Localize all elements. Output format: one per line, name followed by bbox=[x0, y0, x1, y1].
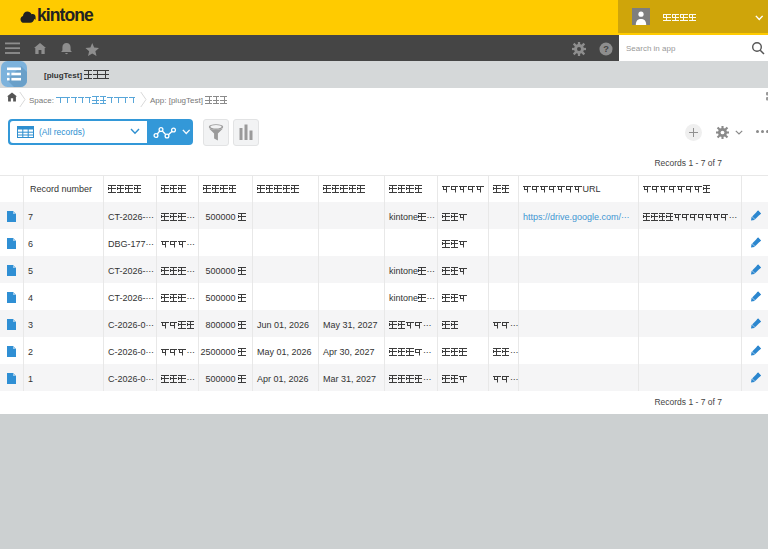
svg-text:?: ? bbox=[603, 44, 609, 54]
